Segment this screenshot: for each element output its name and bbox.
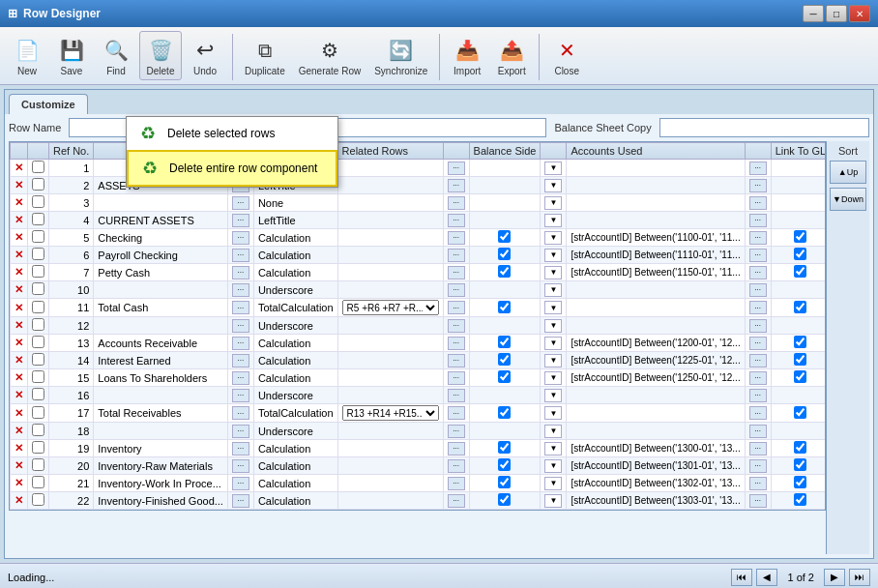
balance-arrow[interactable]: ▼ (544, 371, 562, 385)
accounts-dots-button[interactable]: ··· (749, 494, 767, 508)
duplicate-button[interactable]: ⧉ Duplicate (239, 31, 291, 80)
accounts-dots-button[interactable]: ··· (749, 179, 767, 192)
related-dots-button[interactable]: ··· (448, 494, 465, 508)
balance-arrow[interactable]: ▼ (544, 283, 562, 297)
desc-dots-button[interactable]: ··· (232, 249, 249, 262)
balance-sheet-input[interactable] (659, 118, 869, 137)
related-dots-button[interactable]: ··· (448, 249, 465, 262)
desc-dots-button[interactable]: ··· (232, 214, 249, 227)
accounts-dots-button[interactable]: ··· (749, 283, 767, 297)
balance-arrow[interactable]: ▼ (544, 301, 562, 314)
row-checkbox[interactable] (32, 230, 44, 243)
delete-row-x[interactable]: ✕ (15, 389, 23, 400)
balance-arrow[interactable]: ▼ (544, 179, 562, 192)
desc-dots-button[interactable]: ··· (232, 231, 249, 245)
desc-dots-button[interactable]: ··· (232, 425, 249, 438)
desc-dots-button[interactable]: ··· (232, 266, 249, 279)
delete-row-x[interactable]: ✕ (15, 162, 23, 173)
accounts-dots-button[interactable]: ··· (749, 162, 767, 175)
balance-arrow[interactable]: ▼ (544, 442, 562, 456)
balance-arrow[interactable]: ▼ (544, 162, 562, 175)
desc-dots-button[interactable]: ··· (232, 389, 249, 402)
nav-next-button[interactable]: ▶ (824, 569, 845, 586)
balance-checkbox[interactable] (498, 301, 511, 313)
link-checkbox[interactable] (794, 476, 806, 488)
delete-row-x[interactable]: ✕ (15, 494, 23, 506)
accounts-dots-button[interactable]: ··· (749, 196, 767, 210)
accounts-dots-button[interactable]: ··· (749, 354, 767, 368)
row-checkbox[interactable] (32, 336, 44, 348)
export-button[interactable]: 📤 Export (490, 31, 533, 80)
undo-button[interactable]: ↩ Undo (184, 31, 226, 80)
balance-checkbox[interactable] (498, 353, 511, 366)
link-checkbox[interactable] (794, 370, 806, 383)
related-dots-button[interactable]: ··· (448, 354, 465, 368)
related-dots-button[interactable]: ··· (448, 442, 465, 456)
delete-selected-rows-item[interactable]: ♻ Delete selected rows (127, 117, 337, 150)
delete-row-x[interactable]: ✕ (15, 179, 23, 191)
related-dots-button[interactable]: ··· (448, 477, 465, 490)
nav-last-button[interactable]: ⏭ (849, 569, 870, 586)
balance-checkbox[interactable] (498, 458, 511, 471)
accounts-dots-button[interactable]: ··· (749, 319, 767, 333)
balance-arrow[interactable]: ▼ (544, 214, 562, 227)
accounts-dots-button[interactable]: ··· (749, 301, 767, 314)
row-checkbox[interactable] (32, 441, 44, 454)
sort-down-button[interactable]: ▼ Down (830, 188, 866, 211)
row-checkbox[interactable] (32, 195, 44, 208)
nav-prev-button[interactable]: ◀ (756, 569, 777, 586)
sort-up-button[interactable]: ▲ Up (830, 161, 866, 184)
balance-arrow[interactable]: ▼ (544, 425, 562, 438)
delete-row-x[interactable]: ✕ (15, 302, 23, 313)
delete-row-x[interactable]: ✕ (15, 319, 23, 331)
table-wrapper[interactable]: Ref No. Related Rows Balance Side (10, 142, 825, 510)
desc-dots-button[interactable]: ··· (232, 459, 249, 473)
row-checkbox[interactable] (32, 161, 44, 173)
accounts-dots-button[interactable]: ··· (749, 249, 767, 262)
maximize-button[interactable]: □ (826, 5, 847, 22)
accounts-dots-button[interactable]: ··· (749, 371, 767, 385)
related-dots-button[interactable]: ··· (448, 459, 465, 473)
related-dots-button[interactable]: ··· (448, 196, 465, 210)
accounts-dots-button[interactable]: ··· (749, 459, 767, 473)
accounts-dots-button[interactable]: ··· (749, 231, 767, 245)
delete-row-x[interactable]: ✕ (15, 425, 23, 436)
row-checkbox[interactable] (32, 282, 44, 295)
desc-dots-button[interactable]: ··· (232, 477, 249, 490)
accounts-dots-button[interactable]: ··· (749, 406, 767, 420)
desc-dots-button[interactable]: ··· (232, 196, 249, 210)
delete-row-x[interactable]: ✕ (15, 283, 23, 295)
row-checkbox[interactable] (32, 248, 44, 260)
balance-arrow[interactable]: ▼ (544, 196, 562, 210)
row-checkbox[interactable] (32, 178, 44, 191)
accounts-dots-button[interactable]: ··· (749, 266, 767, 279)
accounts-dots-button[interactable]: ··· (749, 425, 767, 438)
desc-dots-button[interactable]: ··· (232, 301, 249, 314)
nav-first-button[interactable]: ⏮ (731, 569, 752, 586)
desc-dots-button[interactable]: ··· (232, 494, 249, 508)
accounts-dots-button[interactable]: ··· (749, 442, 767, 456)
balance-arrow[interactable]: ▼ (544, 319, 562, 333)
delete-row-x[interactable]: ✕ (15, 249, 23, 260)
link-checkbox[interactable] (794, 441, 806, 454)
balance-checkbox[interactable] (498, 406, 511, 419)
desc-dots-button[interactable]: ··· (232, 283, 249, 297)
link-checkbox[interactable] (794, 493, 806, 506)
row-checkbox[interactable] (32, 493, 44, 506)
delete-row-x[interactable]: ✕ (15, 442, 23, 454)
balance-checkbox[interactable] (498, 265, 511, 278)
import-button[interactable]: 📥 Import (446, 31, 488, 80)
balance-checkbox[interactable] (498, 336, 511, 348)
desc-dots-button[interactable]: ··· (232, 354, 249, 368)
save-button[interactable]: 💾 Save (50, 31, 93, 80)
link-checkbox[interactable] (794, 265, 806, 278)
related-dots-button[interactable]: ··· (448, 179, 465, 192)
delete-row-x[interactable]: ✕ (15, 354, 23, 366)
row-checkbox[interactable] (32, 388, 44, 400)
related-dots-button[interactable]: ··· (448, 301, 465, 314)
desc-dots-button[interactable]: ··· (232, 442, 249, 456)
balance-arrow[interactable]: ▼ (544, 459, 562, 473)
related-dots-button[interactable]: ··· (448, 371, 465, 385)
synchronize-button[interactable]: 🔄 Synchronize (368, 31, 433, 80)
related-dots-button[interactable]: ··· (448, 162, 465, 175)
